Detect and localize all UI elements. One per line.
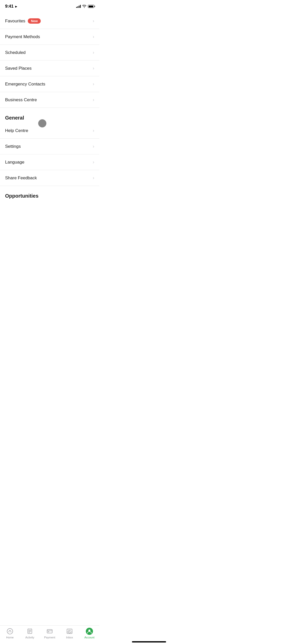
chevron-icon: › [93,50,94,55]
general-section-header: General [0,108,99,123]
signal-icon [76,5,81,8]
menu-item-business-centre[interactable]: Business Centre › [0,92,99,108]
chevron-icon: › [93,159,94,165]
chevron-icon: › [93,175,94,181]
status-time: 9:41 ► [5,4,18,9]
chevron-icon: › [93,144,94,149]
menu-item-scheduled[interactable]: Scheduled › [0,45,99,61]
chevron-icon: › [93,34,94,39]
menu-item-favourites[interactable]: Favourites New › [0,13,99,29]
chevron-icon: › [93,128,94,133]
new-badge: New [28,18,41,24]
menu-item-settings[interactable]: Settings › [0,139,99,154]
floating-circle [38,119,46,127]
menu-item-emergency-contacts[interactable]: Emergency Contacts › [0,76,99,92]
wifi-icon [82,5,86,8]
status-icons [76,5,94,8]
menu-item-share-feedback[interactable]: Share Feedback › [0,170,99,186]
menu-item-language[interactable]: Language › [0,154,99,170]
opportunities-section-header: Opportunities [0,186,99,201]
menu-item-saved-places[interactable]: Saved Places › [0,61,99,76]
menu-list: Favourites New › Payment Methods › Sched… [0,11,99,226]
battery-icon [88,5,94,8]
chevron-icon: › [93,81,94,87]
chevron-icon: › [93,66,94,71]
chevron-icon: › [93,18,94,24]
menu-item-help-centre[interactable]: Help Centre › [0,123,99,139]
status-bar: 9:41 ► [0,0,99,11]
chevron-icon: › [93,97,94,103]
menu-item-payment-methods[interactable]: Payment Methods › [0,29,99,45]
help-item-wrapper: Help Centre › [0,123,99,139]
